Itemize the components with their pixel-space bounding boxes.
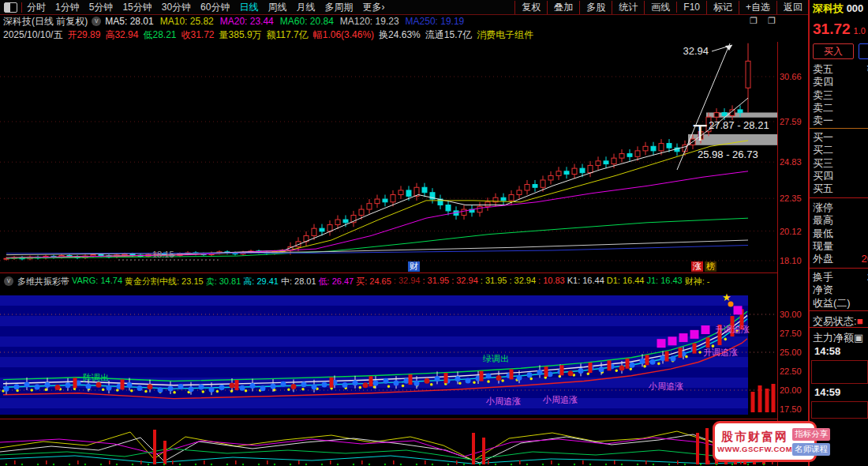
window-icon[interactable]: [4, 2, 17, 13]
divider: [810, 310, 868, 311]
divider: [810, 268, 868, 269]
tab-period-1分钟[interactable]: 1分钟: [51, 1, 84, 14]
bid-row-label: 买三: [813, 157, 833, 170]
main-candlestick-chart[interactable]: 32.94T27.87 - 28.2125.98 - 26.7318.15: [0, 42, 777, 272]
toolbar-button-多股[interactable]: 多股: [579, 1, 612, 14]
chart-badge-榜[interactable]: 榜: [705, 261, 716, 272]
ask-row-卖五[interactable]: 卖五¥: [810, 63, 868, 76]
bottom-dot: [337, 464, 339, 465]
candle-body: [122, 254, 127, 255]
stat-收益(二)[interactable]: 收益(二): [810, 297, 868, 310]
signal-bar: [510, 369, 514, 379]
signal-bar: [645, 355, 649, 365]
candle-body: [320, 228, 324, 231]
ma-value: MA20: 23.44: [220, 16, 274, 27]
candle-body: [383, 199, 387, 202]
bottom-dot: [400, 464, 402, 465]
bid-row-买五[interactable]: 买五: [810, 182, 868, 195]
bottom-dash: [551, 460, 552, 464]
bid-row-买一[interactable]: 买一: [810, 131, 868, 144]
toolbar-button-标记[interactable]: 标记: [706, 1, 739, 14]
tick-time-1: 14:58: [814, 345, 840, 357]
tick-time-2: 14:59: [814, 386, 840, 398]
candle-body: [667, 144, 672, 148]
bottom-dot: [258, 464, 260, 465]
tab-period-15分钟[interactable]: 15分钟: [118, 1, 156, 14]
candle-body: [746, 61, 750, 88]
window-split-icons[interactable]: ❐ ❐: [750, 16, 780, 26]
bottom-dot: [211, 464, 212, 465]
indicator-value: : 31.95: [481, 276, 507, 287]
main-axis-label: 27.59: [780, 117, 808, 126]
sidebar-stock-name[interactable]: 深科技 000: [813, 2, 863, 16]
chevron-down-icon[interactable]: v: [4, 276, 13, 286]
signal-dot: [281, 381, 286, 387]
tab-period-更多›[interactable]: 更多›: [357, 1, 389, 14]
stat-最低[interactable]: 最低: [810, 227, 868, 240]
level-18-15-label: 18.15: [152, 250, 174, 259]
candle-body: [367, 204, 372, 209]
chart-badge-涨[interactable]: 涨: [691, 261, 703, 272]
sell-button[interactable]: [859, 43, 868, 59]
ask-row-卖四[interactable]: 卖四: [810, 76, 868, 88]
bottom-dot: [37, 464, 39, 465]
stat-涨停[interactable]: 涨停: [810, 201, 868, 214]
signal-dot: [96, 382, 102, 388]
background-stripe: [0, 398, 748, 408]
stat-最高[interactable]: 最高: [810, 214, 868, 227]
tab-period-5分钟[interactable]: 5分钟: [84, 1, 118, 14]
ask-row-卖三[interactable]: 卖三: [810, 89, 868, 102]
bottom-dot: [526, 464, 528, 465]
end-volume-bar: [772, 384, 776, 412]
tab-period-日线[interactable]: 日线: [234, 1, 263, 14]
bottom-dot: [384, 464, 386, 465]
chevron-down-icon[interactable]: v: [92, 17, 101, 26]
ma-value: MA60: 20.84: [280, 16, 334, 27]
toolbar-button-复权[interactable]: 复权: [514, 1, 547, 14]
stat-换手[interactable]: 换手2: [810, 271, 868, 284]
toolbar-button-叠加[interactable]: 叠加: [547, 1, 579, 14]
toolbar-button-画线[interactable]: 画线: [644, 1, 676, 14]
indicator-value: : 31.95: [422, 276, 449, 287]
signal-bar: [409, 374, 413, 385]
stat-label: 净资: [813, 284, 833, 296]
bottom-dot: [653, 464, 654, 465]
bid-row-买四[interactable]: 买四: [810, 170, 868, 182]
bid-row-买二[interactable]: 买二: [810, 144, 868, 156]
signal-dot: [373, 381, 379, 386]
candle-body: [588, 165, 593, 172]
chart-badge-财[interactable]: 财: [408, 261, 420, 272]
indicator-panel-chart[interactable]: ★阵调出绿调出升调追涨升调追涨小周追涨小周追涨小周追涨: [0, 288, 777, 419]
bid-row-买三[interactable]: 买三: [810, 157, 868, 170]
bid-row-label: 买五: [813, 182, 833, 195]
ask-row-卖一[interactable]: 卖一: [810, 115, 868, 127]
main-axis-label: 20.12: [780, 227, 808, 236]
stat-rows-2: 换手2净资收益(二): [810, 271, 868, 310]
toolbar-button-F10[interactable]: F10: [676, 2, 706, 13]
signal-dot: [301, 381, 307, 387]
oscillator-sub-chart[interactable]: [0, 419, 777, 466]
stat-现量[interactable]: 现量: [810, 240, 868, 253]
tab-period-周线[interactable]: 周线: [263, 1, 291, 14]
signal-dot: [209, 387, 215, 393]
tab-period-60分钟[interactable]: 60分钟: [196, 1, 234, 14]
ask-row-卖二[interactable]: 卖二: [810, 102, 868, 115]
signal-dot: [599, 366, 604, 372]
histogram-bar: [472, 433, 475, 464]
signal-dot: [271, 384, 276, 389]
tab-period-多周期[interactable]: 多周期: [320, 1, 357, 14]
stat-净资[interactable]: 净资: [810, 284, 868, 296]
candle-body: [533, 185, 537, 188]
candle-body: [517, 190, 522, 195]
toolbar-button-+自选[interactable]: +自选: [739, 1, 776, 14]
signal-bar: [444, 373, 448, 383]
toolbar-button-统计[interactable]: 统计: [612, 1, 644, 14]
tab-period-月线[interactable]: 月线: [291, 1, 320, 14]
detail-icon[interactable]: ▣: [854, 332, 863, 344]
tab-period-分时[interactable]: 分时: [22, 1, 51, 14]
tab-period-30分钟[interactable]: 30分钟: [157, 1, 196, 14]
stat-外盘[interactable]: 外盘20: [810, 253, 868, 265]
candle-body: [130, 254, 135, 255]
toolbar-button-返回[interactable]: 返回: [776, 1, 809, 14]
buy-button[interactable]: 买入: [813, 43, 854, 59]
